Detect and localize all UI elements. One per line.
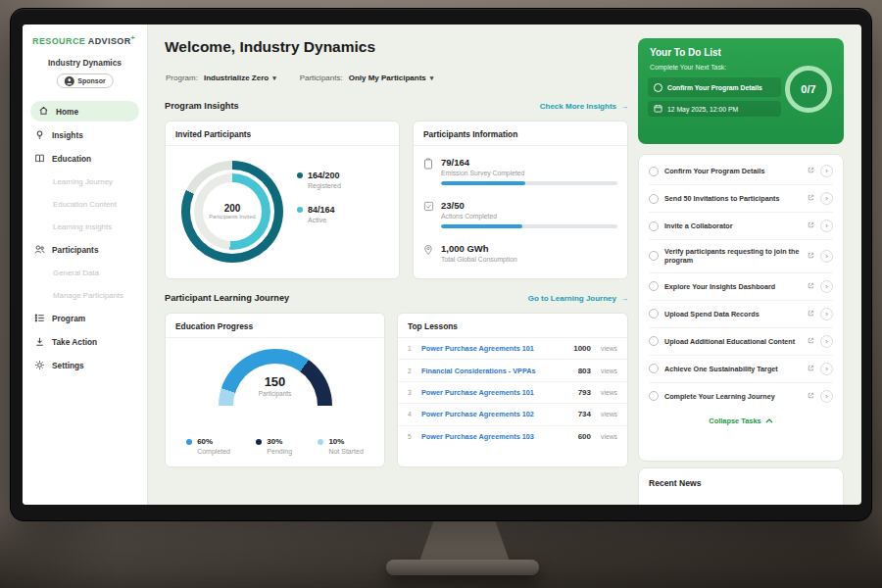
chevron-right-icon[interactable]: ›	[820, 280, 833, 293]
task-row-upload-spend-data[interactable]: Upload Spend Data Records ›	[649, 301, 833, 328]
chevron-right-icon[interactable]: ›	[820, 363, 833, 375]
task-row-complete-learning-journey[interactable]: Complete Your Learning Journey ›	[649, 383, 833, 410]
progress-fill	[441, 224, 522, 228]
collapse-tasks-button[interactable]: Collapse Tasks	[649, 410, 833, 429]
program-filter-dropdown[interactable]: Industrialize Zero ▾	[204, 74, 276, 82]
task-row-invite-collaborator[interactable]: Invite a Collaborator ›	[649, 213, 833, 240]
chevron-right-icon[interactable]: ›	[820, 335, 833, 348]
progress-bar	[441, 181, 617, 185]
gear-icon	[34, 360, 45, 372]
lesson-views-unit: views	[601, 345, 617, 352]
sidebar-item-label: Participants	[52, 245, 99, 255]
task-row-upload-educational-content[interactable]: Upload Additional Educational Content ›	[649, 328, 833, 356]
task-row-verify-participants[interactable]: Verify participants requesting to join t…	[649, 240, 833, 273]
legend-dot	[297, 207, 303, 213]
due-date-chip: 12 May 2025, 12:00 PM	[648, 101, 781, 117]
task-row-sustainability-target[interactable]: Achieve One Sustainability Target ›	[649, 356, 833, 383]
task-label: Verify participants requesting to join t…	[664, 247, 802, 266]
legend-label: Registered	[308, 182, 341, 189]
gauge-legend: 60% Completed 30% Pending 10% Not Starte…	[173, 437, 376, 455]
task-checkbox[interactable]	[649, 364, 659, 373]
legend-label: Not Started	[328, 448, 363, 455]
lesson-row: 2 Financial Considerations - VPPAs 803 v…	[398, 360, 627, 381]
legend-label: Pending	[267, 448, 292, 455]
gauge-center-label: Participants	[166, 390, 384, 397]
task-label: Send 50 Invitations to Participants	[664, 194, 802, 203]
sidebar-item-learning-journey[interactable]: Learning Journey	[23, 171, 147, 193]
donut-legend: 164/200 Registered 84/164 Active	[297, 171, 341, 239]
external-link-icon	[808, 167, 814, 175]
lesson-title-link[interactable]: Power Purchase Agreements 101	[421, 388, 571, 397]
task-row-confirm-details[interactable]: Confirm Your Program Details ›	[649, 158, 833, 185]
next-task-chip[interactable]: Confirm Your Program Details	[648, 77, 781, 97]
gauge-center-value: 150	[166, 374, 384, 389]
sidebar-item-learning-insights[interactable]: Learning Insights	[23, 216, 147, 238]
sidebar-item-program[interactable]: Program	[23, 307, 147, 330]
participants-filter-dropdown[interactable]: Only My Participants ▾	[349, 74, 434, 82]
lesson-row: 4 Power Purchase Agreements 102 734 view…	[398, 404, 627, 425]
sidebar-item-settings[interactable]: Settings	[23, 354, 147, 377]
sidebar-item-home[interactable]: Home	[30, 101, 139, 122]
chevron-right-icon[interactable]: ›	[820, 308, 833, 320]
task-label: Explore Your Insights Dashboard	[664, 282, 802, 291]
sidebar-item-insights[interactable]: Insights	[23, 123, 147, 147]
lesson-views-unit: views	[601, 433, 617, 440]
task-checkbox[interactable]	[649, 167, 659, 176]
legend-value: 10%	[328, 437, 344, 446]
lesson-title-link[interactable]: Power Purchase Agreements 101	[421, 344, 566, 353]
chevron-right-icon[interactable]: ›	[820, 165, 833, 177]
arrow-right-icon: →	[620, 294, 628, 303]
education-progress-card: Education Progress 150 Participants 60% …	[165, 313, 385, 467]
task-label: Invite a Collaborator	[664, 221, 802, 230]
legend-dot	[297, 172, 303, 178]
task-checkbox[interactable]	[649, 391, 659, 401]
lesson-views: 1000	[573, 344, 591, 353]
info-row-actions: 23/50 Actions Completed	[423, 200, 617, 228]
task-checkbox[interactable]	[649, 221, 659, 231]
program-filter: Program: Industrialize Zero ▾	[166, 74, 276, 82]
task-checkbox[interactable]	[649, 336, 659, 346]
legend-label: Active	[308, 217, 341, 223]
card-title: Education Progress	[166, 314, 384, 338]
sidebar-subitem-label: Learning Journey	[53, 177, 113, 186]
task-checkbox[interactable]	[649, 194, 659, 204]
lesson-row: 1 Power Purchase Agreements 101 1000 vie…	[398, 338, 627, 360]
sidebar-item-participants[interactable]: Participants	[23, 238, 147, 262]
chevron-right-icon[interactable]: ›	[820, 192, 833, 205]
info-value: 23/50	[441, 200, 617, 211]
next-task-label: Confirm Your Program Details	[667, 84, 762, 91]
task-checkbox[interactable]	[649, 281, 659, 291]
go-to-learning-journey-link[interactable]: Go to Learning Journey →	[528, 294, 628, 303]
participants-filter: Participants: Only My Participants ▾	[300, 74, 434, 82]
sponsor-badge[interactable]: Sponsor	[56, 74, 113, 88]
chevron-right-icon[interactable]: ›	[820, 220, 833, 232]
lesson-rank: 4	[408, 411, 415, 417]
task-checkbox[interactable]	[649, 309, 659, 318]
participants-filter-value: Only My Participants	[349, 74, 426, 82]
external-link-icon	[808, 252, 814, 261]
todo-task-list-card: Confirm Your Program Details › Send 50 I…	[638, 154, 844, 462]
lesson-title-link[interactable]: Financial Considerations - VPPAs	[421, 367, 571, 375]
check-more-insights-link[interactable]: Check More Insights →	[540, 102, 628, 111]
location-pin-icon	[423, 244, 433, 258]
lesson-row: 3 Power Purchase Agreements 101 793 view…	[398, 382, 627, 404]
clipboard-icon	[423, 158, 433, 172]
card-title: Invited Participants	[166, 122, 399, 146]
sidebar-item-education-content[interactable]: Education Content	[23, 193, 147, 216]
sidebar-item-education[interactable]: Education	[23, 147, 147, 171]
task-row-send-invitations[interactable]: Send 50 Invitations to Participants ›	[649, 185, 833, 213]
external-link-icon	[808, 194, 814, 203]
task-checkbox[interactable]	[654, 83, 662, 92]
chevron-right-icon[interactable]: ›	[820, 390, 833, 403]
org-name: Industry Dynamics	[23, 58, 147, 68]
info-value: 1,000 GWh	[441, 243, 617, 254]
lesson-title-link[interactable]: Power Purchase Agreements 102	[421, 410, 571, 418]
sidebar-item-general-data[interactable]: General Data	[23, 262, 147, 284]
recent-news-title: Recent News	[639, 468, 843, 498]
sidebar-item-take-action[interactable]: Take Action	[23, 330, 147, 354]
chevron-right-icon[interactable]: ›	[820, 250, 833, 263]
sidebar-item-manage-participants[interactable]: Manage Participants	[23, 284, 147, 307]
task-row-explore-insights[interactable]: Explore Your Insights Dashboard ›	[649, 273, 833, 301]
task-checkbox[interactable]	[649, 251, 659, 261]
lesson-title-link[interactable]: Power Purchase Agreements 103	[421, 432, 571, 441]
